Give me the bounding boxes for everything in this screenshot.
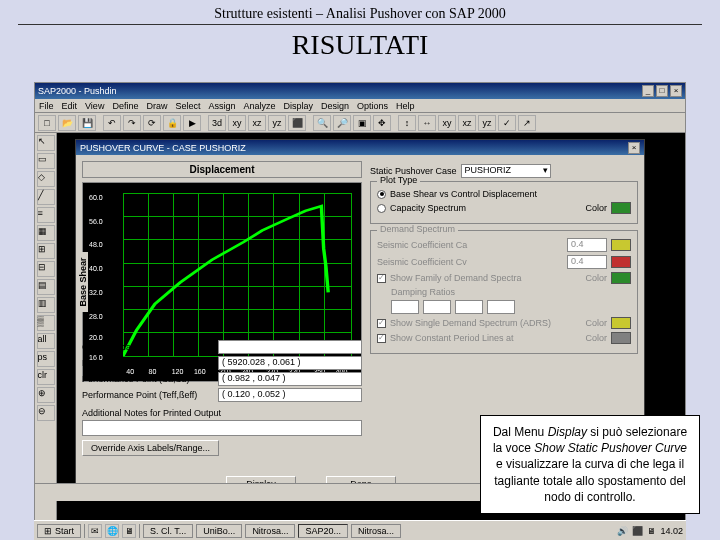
view-yz-icon[interactable]: yz (268, 115, 286, 131)
cursor-loc-input[interactable] (218, 340, 362, 354)
ca-input[interactable]: 0.4 (567, 238, 607, 252)
tool-a-icon[interactable]: ↕ (398, 115, 416, 131)
override-button[interactable]: Override Axis Labels/Range... (82, 440, 219, 456)
single-color[interactable] (611, 317, 631, 329)
tool15-icon[interactable]: ⊖ (37, 405, 55, 421)
tool10-icon[interactable]: ▒ (37, 315, 55, 331)
dr2[interactable] (423, 300, 451, 314)
slide-title: RISULTATI (0, 25, 720, 67)
slide-header: Strutture esistenti – Analisi Pushover c… (0, 0, 720, 24)
open-icon[interactable]: 📂 (58, 115, 76, 131)
dr4[interactable] (487, 300, 515, 314)
menu-help[interactable]: Help (396, 101, 415, 111)
tool12-icon[interactable]: ps (37, 351, 55, 367)
tool6-icon[interactable]: ⊞ (37, 243, 55, 259)
dialog-close-button[interactable]: × (628, 142, 640, 154)
tool-f-icon[interactable]: ✓ (498, 115, 516, 131)
family-color[interactable] (611, 272, 631, 284)
menu-file[interactable]: File (39, 101, 54, 111)
tool-d-icon[interactable]: xz (458, 115, 476, 131)
quick1-icon[interactable]: ✉ (88, 524, 102, 538)
menu-draw[interactable]: Draw (146, 101, 167, 111)
menu-display[interactable]: Display (283, 101, 313, 111)
menu-design[interactable]: Design (321, 101, 349, 111)
start-button[interactable]: ⊞Start (37, 524, 81, 538)
tool8-icon[interactable]: ▤ (37, 279, 55, 295)
redo-icon[interactable]: ↷ (123, 115, 141, 131)
tool-b-icon[interactable]: ↔ (418, 115, 436, 131)
static-case-combo[interactable]: PUSHORIZ (461, 164, 551, 178)
lock-icon[interactable]: 🔒 (163, 115, 181, 131)
show-family-check[interactable] (377, 274, 386, 283)
maximize-button[interactable]: □ (656, 85, 668, 97)
task-item-active[interactable]: SAP20... (298, 524, 348, 538)
addl-notes-input[interactable] (82, 420, 362, 436)
show-single-check[interactable] (377, 319, 386, 328)
view-xy-icon[interactable]: xy (228, 115, 246, 131)
dr3[interactable] (455, 300, 483, 314)
show-const-label: Show Constant Period Lines at (390, 333, 514, 343)
tool-c-icon[interactable]: xy (438, 115, 456, 131)
view-3d-icon[interactable]: 3d (208, 115, 226, 131)
radio-base-shear[interactable] (377, 190, 386, 199)
dialog-titlebar[interactable]: PUSHOVER CURVE - CASE PUSHORIZ × (76, 140, 644, 155)
ca-color[interactable] (611, 239, 631, 251)
plot-color-swatch[interactable] (611, 202, 631, 214)
view-xz-icon[interactable]: xz (248, 115, 266, 131)
left-toolbar: ↖ ▭ ◇ ╱ ≡ ▦ ⊞ ⊟ ▤ ▥ ▒ all ps clr ⊕ ⊖ (35, 133, 57, 521)
tool9-icon[interactable]: ▥ (37, 297, 55, 313)
tray-icon[interactable]: ⬛ (632, 526, 643, 536)
menu-options[interactable]: Options (357, 101, 388, 111)
zoom-extents-icon[interactable]: ▣ (353, 115, 371, 131)
tool4-icon[interactable]: ≡ (37, 207, 55, 223)
menu-edit[interactable]: Edit (62, 101, 78, 111)
tool14-icon[interactable]: ⊕ (37, 387, 55, 403)
y-tick: 48.0 (89, 241, 103, 248)
dr1[interactable] (391, 300, 419, 314)
run-icon[interactable]: ▶ (183, 115, 201, 131)
new-icon[interactable]: □ (38, 115, 56, 131)
chart-title: Displacement (82, 161, 362, 178)
tool11-icon[interactable]: all (37, 333, 55, 349)
refresh-icon[interactable]: ⟳ (143, 115, 161, 131)
task-item[interactable]: S. Cl. T... (143, 524, 193, 538)
menu-define[interactable]: Define (112, 101, 138, 111)
zoom-in-icon[interactable]: 🔍 (313, 115, 331, 131)
tray-icon[interactable]: 🔊 (617, 526, 628, 536)
save-icon[interactable]: 💾 (78, 115, 96, 131)
tool2-icon[interactable]: ◇ (37, 171, 55, 187)
const-color[interactable] (611, 332, 631, 344)
tool-e-icon[interactable]: yz (478, 115, 496, 131)
menu-analyze[interactable]: Analyze (243, 101, 275, 111)
demand-title: Demand Spectrum (377, 224, 458, 234)
menu-view[interactable]: View (85, 101, 104, 111)
clock: 14.02 (660, 526, 683, 536)
minimize-button[interactable]: _ (642, 85, 654, 97)
tool1-icon[interactable]: ▭ (37, 153, 55, 169)
menu-select[interactable]: Select (175, 101, 200, 111)
tool3-icon[interactable]: ╱ (37, 189, 55, 205)
pointer-icon[interactable]: ↖ (37, 135, 55, 151)
undo-icon[interactable]: ↶ (103, 115, 121, 131)
damping-ratios-label: Damping Ratios (391, 287, 455, 297)
task-item[interactable]: UniBo... (196, 524, 242, 538)
tray-icon[interactable]: 🖥 (647, 526, 656, 536)
radio-capacity[interactable] (377, 204, 386, 213)
tool5-icon[interactable]: ▦ (37, 225, 55, 241)
task-item[interactable]: Nitrosa... (351, 524, 401, 538)
quick2-icon[interactable]: 🌐 (105, 524, 119, 538)
ca-label: Seismic Coefficient Ca (377, 240, 467, 250)
quick3-icon[interactable]: 🖥 (122, 524, 136, 538)
cv-color[interactable] (611, 256, 631, 268)
show-const-check[interactable] (377, 334, 386, 343)
pan-icon[interactable]: ✥ (373, 115, 391, 131)
tool13-icon[interactable]: clr (37, 369, 55, 385)
close-button[interactable]: × (670, 85, 682, 97)
tool-g-icon[interactable]: ↗ (518, 115, 536, 131)
tool7-icon[interactable]: ⊟ (37, 261, 55, 277)
task-item[interactable]: Nitrosa... (245, 524, 295, 538)
cv-input[interactable]: 0.4 (567, 255, 607, 269)
zoom-out-icon[interactable]: 🔎 (333, 115, 351, 131)
menu-assign[interactable]: Assign (208, 101, 235, 111)
view-persp-icon[interactable]: ⬛ (288, 115, 306, 131)
